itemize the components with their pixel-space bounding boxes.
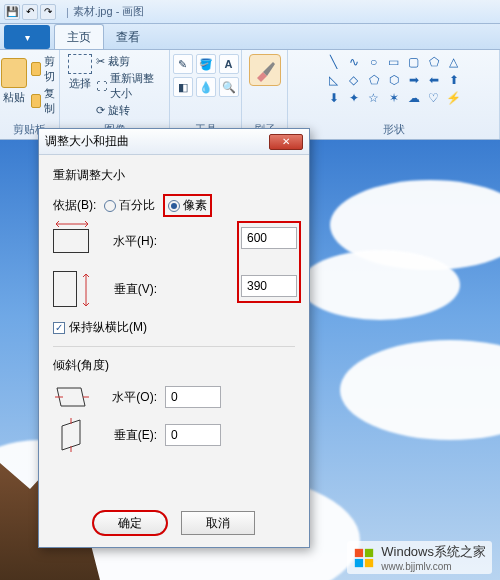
- shape-arrow-r[interactable]: ➡: [405, 72, 423, 88]
- copy-button[interactable]: 复制: [31, 86, 59, 116]
- keep-ratio-checkbox[interactable]: ✓ 保持纵横比(M): [53, 319, 295, 336]
- shape-heart[interactable]: ♡: [425, 90, 443, 106]
- save-icon[interactable]: 💾: [4, 4, 20, 20]
- svg-rect-2: [355, 558, 363, 566]
- ok-button[interactable]: 确定: [93, 511, 167, 535]
- cut-button[interactable]: 剪切: [31, 54, 59, 84]
- eraser-tool[interactable]: ◧: [173, 77, 193, 97]
- checkbox-icon: ✓: [53, 322, 65, 334]
- resize-dialog: 调整大小和扭曲 ✕ 重新调整大小 依据(B): 百分比 像素 水平(H): 垂直…: [38, 128, 310, 548]
- group-tools: ✎ 🪣 A ◧ 💧 🔍 工具: [170, 50, 242, 139]
- highlight-box: [237, 221, 301, 303]
- watermark: Windows系统之家 www.bjjmlv.com: [347, 541, 492, 574]
- rotate-icon: ⟳: [96, 104, 105, 117]
- skew-vertical-input[interactable]: [165, 424, 221, 446]
- tab-view[interactable]: 查看: [104, 25, 152, 49]
- scissors-icon: [31, 62, 41, 76]
- redo-icon[interactable]: ↷: [40, 4, 56, 20]
- resize-icon: ⛶: [96, 80, 107, 92]
- svg-rect-3: [365, 558, 373, 566]
- shape-rtriangle[interactable]: ◺: [325, 72, 343, 88]
- shape-pentagon[interactable]: ⬠: [365, 72, 383, 88]
- group-clipboard: 粘贴 剪切 复制 剪贴板: [0, 50, 60, 139]
- resize-section-label: 重新调整大小: [53, 167, 295, 184]
- quick-access-toolbar: 💾 ↶ ↷: [4, 4, 56, 20]
- shape-star5[interactable]: ☆: [365, 90, 383, 106]
- radio-icon: [168, 200, 180, 212]
- file-menu-button[interactable]: ▾: [4, 25, 50, 49]
- title-bar: 💾 ↶ ↷ | 素材.jpg - 画图: [0, 0, 500, 24]
- shape-diamond[interactable]: ◇: [345, 72, 363, 88]
- by-label: 依据(B):: [53, 197, 96, 214]
- crop-button[interactable]: ✂裁剪: [96, 54, 161, 69]
- shape-lightning[interactable]: ⚡: [445, 90, 463, 106]
- watermark-text: Windows系统之家: [381, 544, 486, 559]
- tab-home[interactable]: 主页: [54, 24, 104, 49]
- svg-rect-1: [365, 548, 373, 556]
- svg-marker-9: [62, 420, 80, 450]
- shape-polygon[interactable]: ⬠: [425, 54, 443, 70]
- close-button[interactable]: ✕: [269, 134, 303, 150]
- cancel-button[interactable]: 取消: [181, 511, 255, 535]
- shape-star6[interactable]: ✶: [385, 90, 403, 106]
- ribbon: 粘贴 剪切 复制 剪贴板 选择 ✂裁剪 ⛶重新调整大小 ⟳旋转 图像 ✎ 🪣: [0, 50, 500, 140]
- text-tool[interactable]: A: [219, 54, 239, 74]
- horizontal-input[interactable]: [241, 227, 297, 249]
- shape-rect[interactable]: ▭: [385, 54, 403, 70]
- brush-button[interactable]: [249, 54, 281, 86]
- undo-icon[interactable]: ↶: [22, 4, 38, 20]
- picker-tool[interactable]: 💧: [196, 77, 216, 97]
- resize-button[interactable]: ⛶重新调整大小: [96, 71, 161, 101]
- rotate-button[interactable]: ⟳旋转: [96, 103, 161, 118]
- pencil-tool[interactable]: ✎: [173, 54, 193, 74]
- shape-arrow-d[interactable]: ⬇: [325, 90, 343, 106]
- shape-triangle[interactable]: △: [445, 54, 463, 70]
- watermark-url: www.bjjmlv.com: [381, 561, 486, 572]
- dialog-titlebar[interactable]: 调整大小和扭曲 ✕: [39, 129, 309, 155]
- vertical-label: 垂直(V):: [85, 281, 157, 298]
- select-button[interactable]: 选择: [68, 54, 92, 91]
- skew-v-label: 垂直(E):: [97, 427, 157, 444]
- fill-tool[interactable]: 🪣: [196, 54, 216, 74]
- dialog-title: 调整大小和扭曲: [45, 133, 129, 150]
- radio-pixels[interactable]: 像素: [163, 194, 212, 217]
- shape-star4[interactable]: ✦: [345, 90, 363, 106]
- shape-oval[interactable]: ○: [365, 54, 383, 70]
- paste-button[interactable]: 粘贴: [1, 58, 27, 116]
- vertical-icon: [53, 271, 77, 307]
- cloud-shape: [300, 250, 460, 320]
- vertical-input[interactable]: [241, 275, 297, 297]
- skew-h-label: 水平(O):: [97, 389, 157, 406]
- filename: 素材.jpg: [73, 5, 113, 17]
- zoom-tool[interactable]: 🔍: [219, 77, 239, 97]
- radio-icon: [104, 200, 116, 212]
- shape-curve[interactable]: ∿: [345, 54, 363, 70]
- shape-arrow-l[interactable]: ⬅: [425, 72, 443, 88]
- crop-icon: ✂: [96, 55, 105, 68]
- svg-rect-0: [355, 548, 363, 556]
- horizontal-label: 水平(H):: [97, 233, 157, 250]
- separator: [53, 346, 295, 347]
- radio-percent[interactable]: 百分比: [104, 197, 155, 214]
- skew-horizontal-input[interactable]: [165, 386, 221, 408]
- cloud-shape: [340, 340, 500, 440]
- shape-callout[interactable]: ☁: [405, 90, 423, 106]
- skew-section-label: 倾斜(角度): [53, 357, 295, 374]
- app-name: 画图: [122, 5, 144, 17]
- horizontal-icon: [53, 229, 89, 253]
- skew-horizontal-icon: [53, 384, 89, 410]
- windows-logo-icon: [353, 547, 375, 569]
- group-label: 形状: [383, 122, 405, 137]
- shape-arrow-u[interactable]: ⬆: [445, 72, 463, 88]
- select-icon: [68, 54, 92, 74]
- separator: |: [66, 6, 69, 18]
- shape-line[interactable]: ╲: [325, 54, 343, 70]
- group-shapes: ╲ ∿ ○ ▭ ▢ ⬠ △ ◺ ◇ ⬠ ⬡ ➡ ⬅ ⬆ ⬇ ✦ ☆ ✶ ☁ ♡ …: [288, 50, 500, 139]
- skew-vertical-icon: [53, 422, 89, 448]
- group-brush: 刷子: [242, 50, 288, 139]
- ribbon-tabs: ▾ 主页 查看: [0, 24, 500, 50]
- shape-roundrect[interactable]: ▢: [405, 54, 423, 70]
- copy-icon: [31, 94, 41, 108]
- group-image: 选择 ✂裁剪 ⛶重新调整大小 ⟳旋转 图像: [60, 50, 170, 139]
- shape-hexagon[interactable]: ⬡: [385, 72, 403, 88]
